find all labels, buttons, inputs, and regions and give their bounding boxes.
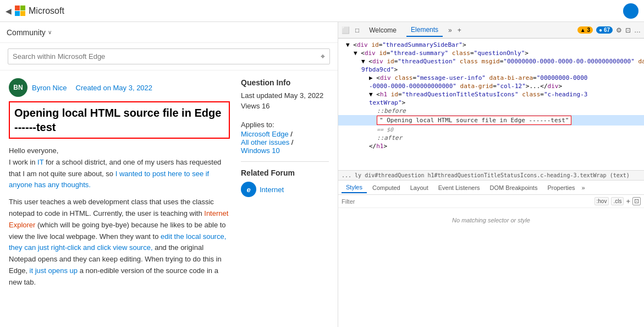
question-body: Hello everyone, I work in IT for a schoo… [9, 145, 230, 288]
more-icon[interactable]: … [634, 26, 641, 34]
search-input[interactable] [13, 52, 321, 61]
top-bar-left: ◀ Microsoft [5, 6, 64, 16]
warning-badge: ▲ 3 [577, 26, 593, 34]
ie-text: Internet Explorer [9, 209, 228, 229]
ms-sq2 [20, 6, 25, 10]
hov-button[interactable]: :hov [595, 197, 609, 205]
tree-node-4[interactable]: ▶ <div class="message-user-info" data-bi… [338, 74, 644, 82]
other-issues-link[interactable]: All other issues [241, 138, 289, 146]
filter-input[interactable] [342, 198, 592, 205]
applies-other-issues: All other issues / [241, 138, 329, 146]
tab-styles[interactable]: Styles [342, 182, 367, 193]
author-avatar: BN [9, 78, 27, 97]
community-label: Community [7, 28, 46, 37]
left-panel: Community ∨ ⌖ BN Byron Nice Created on M… [0, 22, 338, 327]
body-link-2[interactable]: edit the local source, they can just rig… [9, 232, 226, 252]
tab-properties[interactable]: Properties [543, 183, 579, 193]
breadcrumb-text: ... ly div#threadQuestion h1#threadQuest… [342, 172, 630, 178]
ms-edge-link[interactable]: Microsoft Edge [241, 130, 289, 138]
search-wrapper[interactable]: ⌖ [8, 48, 330, 64]
applies-ms-edge: Microsoft Edge / [241, 130, 329, 138]
add-style-icon[interactable]: + [626, 197, 630, 205]
related-forum-item: e Internet [241, 182, 329, 197]
question-info-heading: Question Info [241, 78, 329, 87]
hov-cls-buttons: :hov .cls + ⊡ [595, 197, 641, 205]
body-link-1[interactable]: I wanted to post here to see if anyone h… [9, 170, 209, 189]
tab-elements[interactable]: Elements [406, 24, 443, 37]
cls-button[interactable]: .cls [611, 197, 624, 205]
ms-sq1 [15, 6, 20, 10]
author-name[interactable]: Byron Nice [32, 84, 67, 92]
right-panel: ⬜ □ Welcome Elements » + ▲ 3 ● 67 ⚙ ⊡ … … [338, 22, 644, 327]
microsoft-logo: Microsoft [15, 6, 64, 16]
tree-h1-close: </h1> [338, 142, 644, 150]
filter-row: :hov .cls + ⊡ [338, 195, 644, 208]
last-updated: Last updated May 3, 2022 [241, 91, 329, 100]
ms-title: Microsoft [29, 6, 64, 16]
no-style-message: No matching selector or style [338, 208, 644, 232]
tree-node-5[interactable]: ▼ <h1 id="threadQuestionTitleStatusIcons… [338, 90, 644, 99]
more-style-tabs-icon[interactable]: » [582, 184, 585, 191]
related-forum-heading: Related Forum [241, 168, 329, 177]
tree-node-1[interactable]: ▼ <div id="threadSummarySideBar"> [338, 41, 644, 49]
it-link[interactable]: IT [37, 158, 43, 166]
file-icon[interactable]: ⊡ [632, 197, 641, 205]
sep1: / [290, 130, 293, 138]
tree-node-3b: 9fbda9cd"> [338, 66, 644, 74]
breadcrumb-bar: ... ly div#threadQuestion h1#threadQuest… [338, 171, 644, 181]
chevron-down-icon: ∨ [48, 29, 52, 35]
cursor-icon[interactable]: ⬜ [342, 26, 350, 34]
article-area: BN Byron Nice Created on May 3, 2022 Ope… [0, 70, 338, 327]
tree-pseudo-after: ::after [338, 134, 644, 142]
tab-layout[interactable]: Layout [406, 183, 433, 193]
internet-forum-link[interactable]: Internet [260, 186, 284, 194]
question-title: Opening local HTML source file in Edge -… [14, 106, 224, 134]
question-title-box: Opening local HTML source file in Edge -… [9, 101, 230, 139]
styles-tabs: Styles Computed Layout Event Listeners D… [338, 181, 644, 195]
edge-forum-icon: e [241, 182, 256, 197]
body-link-3[interactable]: it just opens up [30, 266, 78, 275]
views-count: Views 16 [241, 102, 329, 110]
ms-sq4 [20, 11, 25, 16]
tab-welcome[interactable]: Welcome [365, 24, 401, 36]
devtools-top-bar: ⬜ □ Welcome Elements » + ▲ 3 ● 67 ⚙ ⊡ … [338, 22, 644, 39]
main-content: Community ∨ ⌖ BN Byron Nice Created on M… [0, 22, 644, 327]
user-avatar[interactable] [623, 3, 639, 19]
windows-link[interactable]: Windows 10 [241, 146, 280, 155]
question-content: BN Byron Nice Created on May 3, 2022 Ope… [9, 78, 230, 319]
tree-node-4b: -0000-0000-000000000000" data-grid="col-… [338, 82, 644, 90]
sidebar-info: Question Info Last updated May 3, 2022 V… [241, 78, 329, 319]
nav-bar: Community ∨ [0, 22, 338, 43]
author-date: Created on May 3, 2022 [76, 84, 152, 92]
sep2: / [291, 138, 294, 146]
inspector-icon[interactable]: □ [355, 26, 359, 34]
dom-tree: ▼ <div id="threadSummarySideBar"> ▼ <div… [338, 39, 644, 171]
applies-label: Applies to: [241, 121, 329, 129]
author-row: BN Byron Nice Created on May 3, 2022 [9, 78, 230, 97]
tab-event-listeners[interactable]: Event Listeners [434, 183, 485, 193]
tab-dom-breakpoints[interactable]: DOM Breakpoints [486, 183, 542, 193]
top-bar: ◀ Microsoft [0, 0, 644, 22]
more-tabs-icon[interactable]: » [448, 26, 452, 34]
tab-computed[interactable]: Computed [368, 183, 405, 193]
dock-icon[interactable]: ⊡ [625, 26, 631, 34]
add-tab-icon[interactable]: + [458, 26, 461, 34]
applies-windows: Windows 10 [241, 146, 329, 155]
body-paragraph-1: Hello everyone, I work in IT for a schoo… [9, 145, 230, 191]
tree-node-2[interactable]: ▼ <div id="thread-summary" class="questi… [338, 49, 644, 57]
ms-sq3 [15, 11, 20, 16]
tree-node-3[interactable]: ▼ <div id="threadQuestion" class msgid="… [338, 57, 644, 66]
tree-pseudo-before: ::before [338, 107, 644, 115]
tree-node-5b: textWrap"> [338, 99, 644, 107]
settings-icon[interactable]: ⚙ [616, 26, 622, 34]
ms-squares-icon [15, 6, 25, 16]
devtools-icons-group: ▲ 3 ● 67 ⚙ ⊡ … [577, 26, 641, 34]
divider [241, 161, 329, 162]
body-paragraph-2: This user teaches a web development clas… [9, 197, 230, 288]
tree-dollar-zero: == $0 [338, 126, 644, 134]
top-bar-right [623, 3, 639, 19]
back-icon[interactable]: ◀ [5, 7, 12, 15]
community-nav[interactable]: Community ∨ [7, 28, 52, 37]
search-icon: ⌖ [321, 52, 325, 61]
tree-node-text[interactable]: " Opening local HTML source file in Edge… [338, 115, 644, 126]
